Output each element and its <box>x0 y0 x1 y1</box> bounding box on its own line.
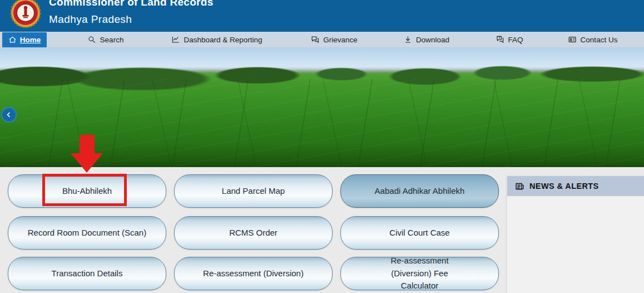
nav-item-download[interactable]: Download <box>404 36 449 44</box>
quick-link-label: Land Parcel Map <box>222 185 285 198</box>
news-alerts-panel: NEWS & ALERTS <box>507 176 644 293</box>
site-title: Commissioner of Land Records <box>49 0 214 8</box>
nav-item-search[interactable]: Search <box>88 36 124 44</box>
quick-link-label: Bhu-Abhilekh <box>62 185 112 198</box>
quick-link-label: Re-assessment (Diversion) Fee Calculator <box>374 255 465 292</box>
nav-home-label: Home <box>20 36 41 44</box>
quick-link-bhu-abhilekh[interactable]: Bhu-Abhilekh <box>8 174 166 208</box>
quick-links-grid: Bhu-Abhilekh Land Parcel Map Aabadi Adhi… <box>0 167 507 293</box>
chart-icon <box>171 36 180 44</box>
newspaper-icon <box>515 182 524 191</box>
carousel-prev-button[interactable] <box>1 107 17 123</box>
faq-icon <box>496 36 504 44</box>
quick-link-label: Aabadi Adhikar Abhilekh <box>375 185 465 198</box>
nav-item-label: Download <box>416 36 449 44</box>
nav-item-contact-us[interactable]: Contact Us <box>568 36 618 44</box>
search-icon <box>88 36 96 44</box>
quick-link-re-assessment-diversion-fee-calculator[interactable]: Re-assessment (Diversion) Fee Calculator <box>340 257 499 290</box>
quick-link-aabadi-adhikar-abhilekh[interactable]: Aabadi Adhikar Abhilekh <box>340 174 499 208</box>
quick-link-rcms-order[interactable]: RCMS Order <box>174 216 333 250</box>
mp-emblem-logo <box>10 0 41 28</box>
chevron-left-icon <box>6 111 12 118</box>
quick-link-label: Transaction Details <box>52 267 123 280</box>
quick-link-land-parcel-map[interactable]: Land Parcel Map <box>174 174 333 208</box>
chat-bubbles-icon <box>311 36 319 44</box>
news-alerts-title: NEWS & ALERTS <box>529 182 599 191</box>
hero-banner-image <box>0 48 644 167</box>
quick-link-record-room-document-scan[interactable]: Record Room Document (Scan) <box>8 216 166 250</box>
quick-link-label: RCMS Order <box>229 227 278 240</box>
news-alerts-header: NEWS & ALERTS <box>507 176 644 196</box>
nav-item-label: Grievance <box>323 36 358 44</box>
nav-item-label: Dashboard & Reporting <box>184 36 262 44</box>
nav-item-home[interactable]: Home <box>2 32 47 47</box>
quick-link-transaction-details[interactable]: Transaction Details <box>8 257 166 290</box>
site-subtitle: Madhya Pradesh <box>49 13 214 26</box>
nav-item-label: Search <box>100 36 124 44</box>
state-emblem-icon <box>10 0 41 28</box>
nav-item-faq[interactable]: FAQ <box>496 36 523 44</box>
quick-link-label: Re-assessment (Diversion) <box>203 267 304 280</box>
nav-item-label: FAQ <box>508 36 523 44</box>
news-alerts-body <box>507 196 644 293</box>
app-header: Commissioner of Land Records Madhya Prad… <box>0 0 644 32</box>
quick-link-civil-court-case[interactable]: Civil Court Case <box>340 216 499 250</box>
download-icon <box>404 36 412 44</box>
quick-link-label: Civil Court Case <box>389 227 449 240</box>
quick-link-re-assessment-diversion[interactable]: Re-assessment (Diversion) <box>174 257 333 290</box>
page: Commissioner of Land Records Madhya Prad… <box>0 0 644 293</box>
main-nav: Home Search Dashboard & Reporting Grieva… <box>0 32 644 48</box>
nav-item-grievance[interactable]: Grievance <box>311 36 358 44</box>
nav-item-dashboard-reporting[interactable]: Dashboard & Reporting <box>171 36 262 44</box>
home-icon <box>8 36 17 44</box>
contact-card-icon <box>568 36 577 44</box>
quick-link-label: Record Room Document (Scan) <box>28 227 146 240</box>
site-titles: Commissioner of Land Records Madhya Prad… <box>49 0 214 26</box>
nav-item-label: Contact Us <box>581 36 618 44</box>
